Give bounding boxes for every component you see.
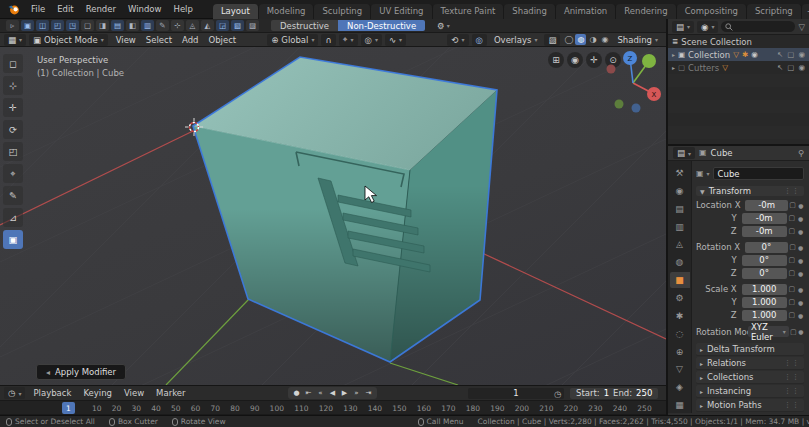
tool-button[interactable]: ⊿ xyxy=(3,208,23,227)
collapsed-panel-header[interactable]: ▸ Delta Transform ⋮⋮ xyxy=(696,343,804,356)
playback-button[interactable]: ● xyxy=(291,388,302,398)
pin-icon[interactable]: ⚲ xyxy=(798,148,804,158)
viewport-menu-item[interactable]: Select xyxy=(141,35,177,45)
tool-button[interactable]: ◰ xyxy=(3,142,23,161)
object-name-input[interactable]: Cube xyxy=(713,167,804,180)
snap-target-dropdown[interactable]: ⌖▾ xyxy=(339,34,358,46)
addon-toolbar-icon[interactable]: ◰ xyxy=(51,20,64,31)
menu-item[interactable]: Help xyxy=(167,2,198,16)
workspace-tab[interactable]: Shading xyxy=(504,4,556,19)
addon-toolbar-icon[interactable]: ▣ xyxy=(21,20,34,31)
addon-toolbar-icon[interactable]: ◧ xyxy=(126,20,139,31)
addon-settings-button[interactable]: ⚙▾ xyxy=(437,21,450,31)
solid-shading-button[interactable]: ◍ xyxy=(575,34,586,45)
addon-toolbar-icon[interactable]: ◨ xyxy=(96,20,109,31)
properties-tab[interactable]: ⚒ xyxy=(670,165,690,181)
expand-icon[interactable]: ▸ xyxy=(672,51,675,58)
menu-item[interactable]: Edit xyxy=(51,2,79,16)
decorator-icon[interactable]: ● xyxy=(797,215,804,222)
show-gizmos-dropdown[interactable]: ⟲▾ xyxy=(447,34,468,46)
property-value-field[interactable]: 0° xyxy=(745,242,788,253)
property-value-field[interactable]: 1.000 xyxy=(742,310,787,321)
addon-toolbar-icon[interactable]: ▥ xyxy=(141,20,154,31)
addon-toolbar-icon[interactable]: ◫ xyxy=(36,20,49,31)
properties-tab[interactable]: ■ xyxy=(670,272,690,288)
tool-button[interactable]: ⊹ xyxy=(3,76,23,95)
animate-icon[interactable]: ▢ xyxy=(787,214,797,222)
frame-range-fields[interactable]: Start: 1 End: 250 xyxy=(570,388,658,399)
tool-button[interactable]: ▣ xyxy=(3,230,23,249)
property-value-field[interactable]: -0m xyxy=(742,226,787,237)
addon-toolbar-icon[interactable]: ▤ xyxy=(111,20,124,31)
property-value-field[interactable]: 1.000 xyxy=(742,284,787,295)
properties-tab[interactable]: ▥ xyxy=(670,219,690,235)
transform-panel-header[interactable]: ▼ Transform ⋮⋮ xyxy=(696,186,804,196)
playback-button[interactable]: ◀ xyxy=(327,388,338,398)
properties-tab[interactable]: ▦ xyxy=(670,397,690,413)
viewport-nav-button[interactable]: ⊞ xyxy=(548,52,564,68)
workspace-tab[interactable]: UV Editing xyxy=(371,4,432,19)
collapsed-panel-header[interactable]: ▸ Relations ⋮⋮ xyxy=(696,357,804,370)
tool-button[interactable]: ✛ xyxy=(3,98,23,117)
xray-toggle[interactable]: ▨ xyxy=(544,34,560,46)
gizmo-neg-x[interactable] xyxy=(607,65,616,74)
cube-object[interactable] xyxy=(193,57,497,362)
animate-icon[interactable]: ▢ xyxy=(787,298,797,306)
timeline-menu-item[interactable]: Playback xyxy=(28,388,76,398)
decorator-icon[interactable]: ● xyxy=(797,299,804,306)
decorator-icon[interactable]: ● xyxy=(797,228,804,235)
workspace-tab[interactable]: Modeling xyxy=(259,4,315,19)
workspace-tab[interactable]: Sculpting xyxy=(314,4,371,19)
addon-toolbar-icon[interactable]: ◲ xyxy=(216,20,229,31)
gizmo-neg-y[interactable] xyxy=(615,100,624,109)
collapsed-panel-header[interactable]: ▸ Collections ⋮⋮ xyxy=(696,371,804,384)
overlays-dropdown[interactable]: Overlays▾ xyxy=(490,34,542,46)
workspace-tab[interactable]: Animation xyxy=(556,4,616,19)
properties-tab[interactable]: ⊕ xyxy=(670,344,690,360)
viewport-nav-button[interactable]: ◉ xyxy=(567,52,583,68)
properties-tab[interactable]: ✱ xyxy=(670,308,690,324)
gizmo-y-axis[interactable] xyxy=(642,54,656,68)
property-value-field[interactable]: 1.000 xyxy=(742,297,787,308)
navigation-gizmo[interactable]: X Z xyxy=(600,50,664,114)
tool-button[interactable]: ✎ xyxy=(3,186,23,205)
addon-toolbar-icon[interactable]: ✎ xyxy=(156,20,169,31)
addon-toolbar-icon[interactable]: ◬ xyxy=(186,20,199,31)
animate-icon[interactable]: ▢ xyxy=(789,328,798,336)
render-visibility-icon[interactable]: ◉ xyxy=(798,63,805,72)
wireframe-shading-button[interactable]: ◯ xyxy=(563,34,574,45)
decorator-icon[interactable]: ● xyxy=(797,312,804,319)
decorator-icon[interactable]: ● xyxy=(798,202,805,209)
properties-editor-type-button[interactable]: ▤▾ xyxy=(673,147,695,159)
workspace-tab[interactable]: Compositing xyxy=(677,4,747,19)
outliner-row-collection[interactable]: ▸ ▣ Collection ▽ ✱ ◉ ↖ ▢ ◉ xyxy=(668,48,809,61)
blender-logo-icon[interactable] xyxy=(8,3,21,16)
decorator-icon[interactable]: ● xyxy=(797,270,804,277)
animate-icon[interactable]: ▢ xyxy=(788,201,798,209)
outliner-row-scene-collection[interactable]: ≣ Scene Collection xyxy=(668,35,809,48)
current-frame-field[interactable]: 1 xyxy=(468,388,564,399)
properties-tab[interactable]: ◌ xyxy=(670,326,690,342)
viewport-menu-item[interactable]: View xyxy=(111,35,141,45)
add-workspace-button[interactable]: + xyxy=(802,4,809,19)
property-value-field[interactable]: 0° xyxy=(742,268,787,279)
addon-toolbar-icon[interactable]: ▨ xyxy=(246,20,259,31)
tool-button[interactable]: ⟳ xyxy=(3,120,23,139)
funnel-icon[interactable]: ▽ xyxy=(798,22,805,32)
properties-tab[interactable]: ▽ xyxy=(670,361,690,377)
snap-toggle[interactable]: ∩ xyxy=(321,34,335,46)
properties-tab[interactable]: ◍ xyxy=(670,254,690,270)
collapsed-panel-header[interactable]: ▸ Motion Paths ⋮⋮ xyxy=(696,399,804,412)
property-value-field[interactable]: -0m xyxy=(745,200,787,211)
properties-tab[interactable]: ◬ xyxy=(670,236,690,252)
operator-redo-panel[interactable]: ◂ Apply Modifier xyxy=(36,364,126,380)
viewport-menu-item[interactable]: Object xyxy=(204,35,242,45)
properties-tab[interactable]: ▤ xyxy=(670,201,690,217)
playhead-marker[interactable]: 1 xyxy=(62,402,75,414)
properties-tab[interactable]: ⚙ xyxy=(670,290,690,306)
editor-type-button[interactable]: ▦▾ xyxy=(4,34,26,46)
decorator-icon[interactable]: ● xyxy=(797,286,804,293)
workspace-tab[interactable]: Scripting xyxy=(747,4,802,19)
outliner-row-cutters[interactable]: ▸ ▢ Cutters ▽ ↖ ▢ ◉ xyxy=(668,61,809,74)
mode-dropdown[interactable]: ▣Object Mode▾ xyxy=(29,34,108,46)
